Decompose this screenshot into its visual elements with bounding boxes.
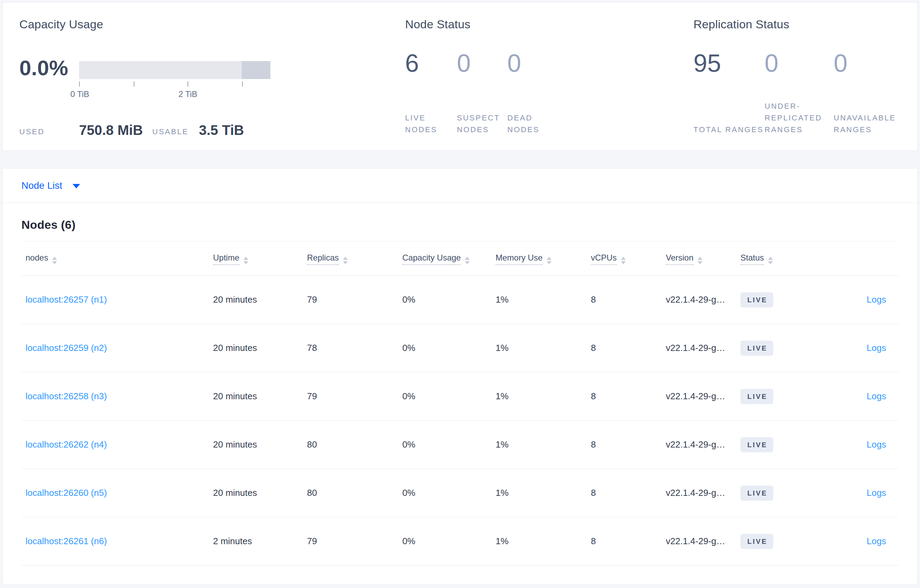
cell-replicas: 80	[307, 439, 402, 450]
column-header-replicas[interactable]: Replicas	[307, 253, 402, 264]
metric-value: 6	[405, 51, 457, 76]
node-address-link[interactable]: localhost:26257 (n1)	[26, 294, 107, 305]
cell-replicas: 78	[307, 342, 402, 353]
logs-link[interactable]: Logs	[867, 342, 886, 353]
node-address-link[interactable]: localhost:26258 (n3)	[26, 391, 107, 401]
cell-value: 80	[307, 488, 317, 498]
cell-value: 8	[591, 342, 596, 353]
cell-value: 8	[591, 294, 596, 305]
cell-address: localhost:26262 (n4)	[21, 439, 213, 450]
metric-label: DEAD NODES	[507, 112, 559, 137]
sort-icon[interactable]	[465, 257, 470, 264]
cell-value: 0%	[402, 342, 415, 353]
cell-version: v22.1.4-29-g…	[666, 536, 740, 547]
column-header-vcpus[interactable]: vCPUs	[591, 253, 666, 264]
sort-icon[interactable]	[768, 257, 773, 264]
sort-up-arrow	[768, 257, 773, 260]
column-header-label: Replicas	[307, 253, 339, 265]
used-value: 750.8 MiB	[79, 123, 143, 138]
cell-value: 20 minutes	[213, 342, 257, 353]
metric-value: 0	[507, 51, 559, 76]
tick-mark	[188, 81, 188, 87]
cell-value: 0%	[402, 391, 415, 401]
cell-value: 1%	[496, 391, 509, 401]
sort-down-arrow	[465, 261, 470, 264]
logs-link[interactable]: Logs	[867, 391, 886, 401]
sort-up-arrow	[465, 257, 470, 260]
cell-logs: Logs	[820, 488, 899, 498]
cell-version: v22.1.4-29-g…	[666, 342, 740, 353]
dead-nodes-metric: 0 DEAD NODES	[507, 51, 559, 137]
cell-uptime: 20 minutes	[213, 488, 307, 498]
sort-icon[interactable]	[243, 257, 248, 264]
sort-up-arrow	[547, 257, 552, 260]
nodes-table-container: Nodes (6) nodesUptimeReplicasCapacity Us…	[2, 218, 918, 565]
logs-link[interactable]: Logs	[867, 488, 886, 498]
sort-icon[interactable]	[698, 257, 703, 264]
cell-value: 78	[307, 342, 317, 353]
cell-value: 0%	[402, 536, 415, 546]
column-header-version[interactable]: Version	[666, 253, 740, 264]
column-header-capacity[interactable]: Capacity Usage	[402, 253, 496, 264]
cell-capacity: 0%	[402, 342, 496, 353]
metric-label: TOTAL RANGES	[693, 124, 765, 137]
metric-label: LIVE NODES	[405, 112, 457, 137]
cell-address: localhost:26260 (n5)	[21, 488, 213, 498]
status-badge: LIVE	[740, 292, 773, 307]
column-header-label: Version	[666, 253, 693, 265]
cell-memory: 1%	[496, 294, 591, 305]
cell-capacity: 0%	[402, 488, 496, 498]
cluster-summary-panel: Capacity Usage 0.0% 0 TiB 2 TiB USED 750…	[2, 2, 918, 151]
used-label: USED	[19, 127, 45, 136]
cell-vcpus: 8	[591, 391, 666, 402]
cell-value: 8	[591, 488, 596, 498]
logs-link[interactable]: Logs	[867, 536, 886, 546]
sort-down-arrow	[698, 261, 703, 264]
usable-value: 3.5 TiB	[199, 123, 244, 138]
cell-replicas: 79	[307, 536, 402, 547]
column-header-status[interactable]: Status	[740, 253, 820, 264]
node-status-title: Node Status	[405, 18, 470, 31]
cell-value: 1%	[496, 536, 509, 546]
cell-value: 20 minutes	[213, 439, 257, 450]
logs-link[interactable]: Logs	[867, 294, 886, 305]
node-address-link[interactable]: localhost:26259 (n2)	[26, 342, 107, 353]
cell-address: localhost:26261 (n6)	[21, 536, 213, 547]
status-badge: LIVE	[740, 534, 773, 549]
sort-icon[interactable]	[547, 257, 552, 264]
column-header-memory[interactable]: Memory Use	[496, 253, 591, 264]
cell-value: 1%	[496, 294, 509, 305]
cell-memory: 1%	[496, 536, 591, 547]
cell-replicas: 79	[307, 294, 402, 305]
node-address-link[interactable]: localhost:26262 (n4)	[26, 439, 107, 450]
column-header-uptime[interactable]: Uptime	[213, 253, 307, 264]
cell-value: v22.1.4-29-g…	[666, 536, 725, 546]
sort-icon[interactable]	[52, 257, 57, 264]
tick-mark	[134, 81, 134, 87]
metric-label: SUSPECT NODES	[457, 112, 507, 137]
cell-memory: 1%	[496, 488, 591, 498]
column-header-address[interactable]: nodes	[21, 253, 213, 264]
view-selector-dropdown[interactable]: Node List	[2, 168, 918, 203]
cell-value: v22.1.4-29-g…	[666, 488, 725, 498]
cell-vcpus: 8	[591, 294, 666, 305]
cell-vcpus: 8	[591, 488, 666, 498]
cell-version: v22.1.4-29-g…	[666, 294, 740, 305]
sort-icon[interactable]	[343, 257, 348, 264]
under-replicated-ranges-metric: 0 UNDER-REPLICATED RANGES	[765, 51, 834, 137]
tick-mark	[79, 81, 80, 87]
table-header-row: nodesUptimeReplicasCapacity UsageMemory …	[21, 241, 899, 276]
cell-status: LIVE	[740, 341, 820, 356]
cell-status: LIVE	[740, 292, 820, 307]
sort-down-arrow	[343, 261, 348, 264]
cell-capacity: 0%	[402, 536, 496, 547]
cell-address: localhost:26258 (n3)	[21, 391, 213, 402]
sort-down-arrow	[768, 261, 773, 264]
node-address-link[interactable]: localhost:26261 (n6)	[26, 536, 107, 546]
node-address-link[interactable]: localhost:26260 (n5)	[26, 488, 107, 498]
sort-icon[interactable]	[621, 257, 626, 264]
logs-link[interactable]: Logs	[867, 439, 886, 450]
sort-up-arrow	[343, 257, 348, 260]
capacity-usage-title: Capacity Usage	[19, 18, 103, 31]
metric-value: 0	[765, 51, 834, 76]
